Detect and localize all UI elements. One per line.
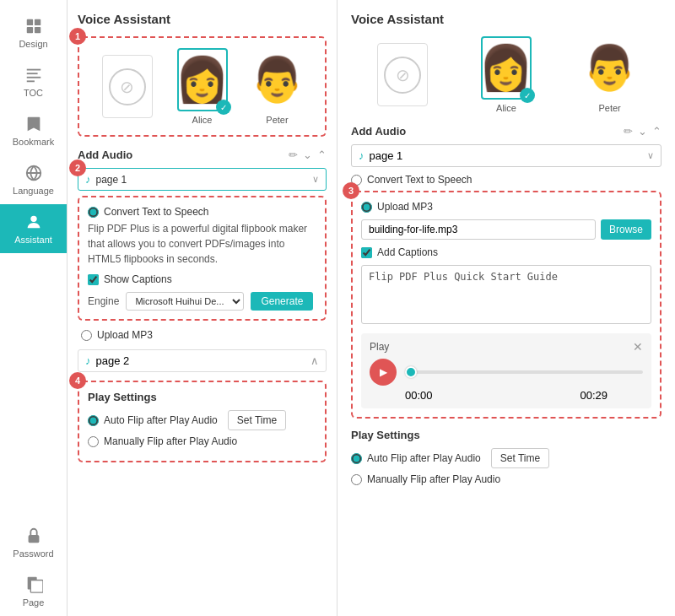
right-play-settings-title: Play Settings: [351, 429, 662, 441]
add-captions-checkbox[interactable]: [361, 247, 372, 258]
convert-speech-label: Convert Text to Speech: [104, 206, 209, 218]
sidebar-item-bookmark[interactable]: Bookmark: [0, 106, 67, 155]
browse-button[interactable]: Browse: [601, 219, 651, 240]
sidebar-label-bookmark: Bookmark: [13, 137, 55, 147]
down-icon[interactable]: ⌄: [303, 149, 312, 161]
convert-speech-radio[interactable]: [88, 207, 99, 218]
svg-rect-3: [34, 27, 40, 33]
avatar-alice-container[interactable]: 👩 ✓ Alice: [177, 48, 228, 125]
avatar-none-container[interactable]: ⊘: [102, 55, 153, 118]
add-audio-icons: ✏ ⌄ ⌃: [289, 149, 327, 161]
show-captions-checkbox[interactable]: [88, 274, 99, 285]
svg-rect-6: [26, 77, 40, 78]
svg-point-11: [32, 538, 35, 540]
right-up-icon[interactable]: ⌃: [652, 125, 662, 138]
upload-mp3-radio[interactable]: [81, 330, 92, 341]
page2-item[interactable]: ♪ page 2 ∧: [78, 349, 327, 372]
convert-speech-text: Flip PDF Plus is a powerful digital flip…: [88, 221, 316, 267]
page1-label-left: page 1: [96, 174, 127, 186]
right-avatar-peter[interactable]: 👨 Peter: [585, 36, 635, 113]
peter-label: Peter: [266, 115, 288, 125]
left-panel-title: Voice Assistant: [78, 12, 327, 26]
show-captions-row: Show Captions: [88, 273, 316, 285]
sidebar-item-language[interactable]: Language: [0, 155, 67, 204]
svg-rect-2: [26, 27, 32, 33]
manual-flip-label-left: Manually Flip after Play Audio: [104, 435, 237, 447]
captions-textarea[interactable]: Flip PDF Plus Quick Start Guide: [361, 265, 651, 324]
svg-rect-13: [30, 581, 43, 593]
play-button[interactable]: ▶: [370, 359, 397, 386]
page2-label: page 2: [96, 354, 130, 367]
right-avatar-none[interactable]: ⊘: [377, 43, 428, 106]
peter-figure-icon: 👨: [250, 54, 305, 105]
page2-up-arrow: ∧: [310, 354, 319, 367]
right-panel-title: Voice Assistant: [351, 12, 662, 26]
auto-flip-label-left: Auto Flip after Play Audio: [104, 414, 218, 426]
right-add-audio-label: Add Audio: [351, 125, 406, 138]
right-alice-checkmark: ✓: [520, 88, 535, 103]
engine-select[interactable]: Microsoft Huihui De...: [126, 292, 244, 311]
play-slider-thumb: [405, 366, 417, 378]
mp3-filename-input[interactable]: [361, 219, 596, 240]
avatar-selection-container: 1 ⊘ 👩 ✓ Alice: [78, 36, 327, 137]
sidebar-item-assistant[interactable]: Assistant: [0, 204, 67, 253]
right-alice-figure: 👩: [478, 42, 533, 94]
up-icon[interactable]: ⌃: [317, 149, 327, 161]
auto-flip-radio-left[interactable]: [88, 415, 99, 426]
play-settings-left: Play Settings Auto Flip after Play Audio…: [78, 381, 327, 462]
avatar-none-box[interactable]: ⊘: [102, 55, 153, 118]
right-music-icon: ♪: [359, 149, 364, 162]
right-auto-flip-radio[interactable]: [351, 453, 362, 464]
set-time-button-left[interactable]: Set Time: [228, 410, 286, 430]
play-bar-label: Play: [370, 341, 389, 353]
svg-rect-0: [26, 19, 32, 25]
mp3-input-row: Browse: [361, 219, 651, 240]
engine-label: Engine: [88, 295, 119, 307]
right-add-audio-header: Add Audio ✏ ⌄ ⌃: [351, 125, 662, 138]
right-upload-radio[interactable]: [361, 202, 372, 213]
right-page1-dropdown[interactable]: ♪ page 1 ∨: [351, 144, 662, 167]
sidebar-item-design[interactable]: Design: [0, 8, 67, 57]
play-slider[interactable]: [405, 370, 643, 374]
play-settings-title-left: Play Settings: [88, 391, 316, 403]
page1-item-left[interactable]: ♪ page 1 ∨: [78, 168, 327, 191]
play-time-current: 00:00: [405, 389, 433, 402]
play-settings-container-left: 4 Play Settings Auto Flip after Play Aud…: [78, 381, 327, 462]
right-page1-label: page 1: [370, 149, 403, 162]
pencil-icon[interactable]: ✏: [289, 149, 298, 161]
right-dropdown-arrow: ∨: [647, 150, 654, 161]
add-audio-label: Add Audio: [78, 149, 132, 161]
avatar-peter-box[interactable]: 👨: [252, 48, 303, 111]
play-close-button[interactable]: ✕: [633, 340, 643, 354]
avatar-section-left: ⊘ 👩 ✓ Alice 👨: [78, 36, 327, 137]
right-pencil-icon[interactable]: ✏: [624, 125, 633, 138]
right-avatar-alice[interactable]: 👩 ✓ Alice: [481, 36, 532, 113]
generate-button[interactable]: Generate: [251, 292, 313, 311]
upload-mp3-box: Upload MP3 Browse Add Captions Flip PDF …: [351, 191, 662, 419]
music-icon-left: ♪: [85, 173, 91, 186]
right-convert-speech-row: Convert Text to Speech: [351, 174, 662, 186]
page1-arrow: ∨: [312, 174, 319, 185]
right-down-icon[interactable]: ⌄: [638, 125, 647, 138]
right-play-settings: Play Settings Auto Flip after Play Audio…: [351, 429, 662, 485]
right-avatar-none-box[interactable]: ⊘: [377, 43, 428, 106]
right-auto-flip-label: Auto Flip after Play Audio: [367, 452, 481, 464]
avatar-peter-container[interactable]: 👨 Peter: [252, 48, 303, 125]
sidebar-item-toc[interactable]: TOC: [0, 57, 67, 106]
play-time-total: 00:29: [580, 389, 608, 402]
sidebar-item-password[interactable]: Password: [0, 518, 67, 567]
right-auto-flip-row: Auto Flip after Play Audio Set Time: [351, 448, 662, 468]
no-avatar-icon: ⊘: [109, 68, 146, 105]
engine-row: Engine Microsoft Huihui De... Generate: [88, 292, 316, 311]
right-upload-label: Upload MP3: [377, 201, 433, 213]
play-bar-section: Play ✕ ▶ 00:00 00:29: [361, 333, 651, 408]
sidebar: Design TOC Bookmark Language Assistant P…: [0, 0, 68, 616]
right-peter-box[interactable]: 👨: [585, 36, 635, 100]
alice-figure-icon: 👩: [175, 54, 230, 105]
step-badge-4: 4: [69, 372, 86, 389]
right-manual-flip-radio[interactable]: [351, 474, 362, 485]
sidebar-item-page[interactable]: Page: [0, 567, 67, 616]
manual-flip-radio-left[interactable]: [88, 436, 99, 447]
right-peter-label: Peter: [598, 103, 620, 113]
right-set-time-button[interactable]: Set Time: [491, 448, 549, 468]
